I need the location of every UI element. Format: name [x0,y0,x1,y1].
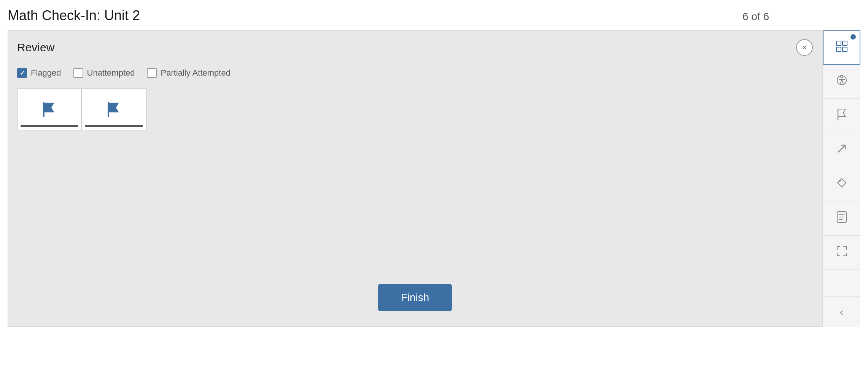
arrow-icon [836,143,847,157]
card-underline-1 [21,125,78,127]
svg-rect-1 [843,41,847,46]
unattempted-checkbox[interactable] [73,68,83,78]
question-counter: 6 of 6 [742,11,769,23]
flag-sidebar-icon [836,108,847,123]
flagged-label: Flagged [31,68,61,78]
question-grid [8,85,822,134]
flagged-checkbox[interactable] [17,68,27,78]
review-title: Review [17,41,54,54]
question-card-2[interactable] [82,89,146,130]
page-wrapper: Math Check-In: Unit 2 6 of 6 Review × Fl… [0,0,868,374]
close-button[interactable]: × [796,39,813,56]
svg-line-8 [842,79,843,84]
unattempted-label: Unattempted [87,68,135,78]
sidebar-btn-expand[interactable] [823,236,860,270]
expand-icon [836,246,847,260]
sidebar-btn-notes[interactable] [823,201,860,236]
flag-icon-1 [40,100,59,119]
partially-attempted-checkbox[interactable] [147,68,157,78]
svg-line-7 [840,79,842,84]
sidebar-btn-question-list[interactable] [823,30,860,65]
filter-flagged[interactable]: Flagged [17,68,61,78]
finish-button[interactable]: Finish [378,284,452,311]
review-header: Review × [8,31,822,63]
sidebar-btn-accessibility[interactable] [823,65,860,99]
svg-rect-2 [836,47,841,52]
sidebar-btn-tag[interactable] [823,167,860,201]
question-list-icon [835,40,848,55]
main-area: Review × Flagged Unattempted Partially A… [8,30,860,327]
sidebar-btn-flag[interactable] [823,99,860,133]
sidebar: ‹ [822,30,860,327]
card-underline-2 [85,125,143,127]
finish-btn-row: Finish [8,134,822,326]
sidebar-collapse-button[interactable]: ‹ [823,296,860,327]
page-title: Math Check-In: Unit 2 [8,8,868,24]
sidebar-btn-arrow[interactable] [823,133,860,167]
active-dot [851,34,856,40]
filter-unattempted[interactable]: Unattempted [73,68,135,78]
svg-rect-3 [843,47,847,52]
partially-attempted-label: Partially Attempted [161,68,230,78]
question-card-1[interactable] [17,89,82,130]
flag-icon-2 [105,100,124,119]
tag-icon [836,177,847,191]
collapse-icon: ‹ [840,306,843,318]
filter-row: Flagged Unattempted Partially Attempted [8,63,822,85]
svg-point-9 [839,180,841,182]
review-panel: Review × Flagged Unattempted Partially A… [8,30,822,327]
notes-icon [836,211,847,226]
filter-partially-attempted[interactable]: Partially Attempted [147,68,230,78]
svg-rect-0 [836,41,841,46]
accessibility-icon [836,74,848,89]
